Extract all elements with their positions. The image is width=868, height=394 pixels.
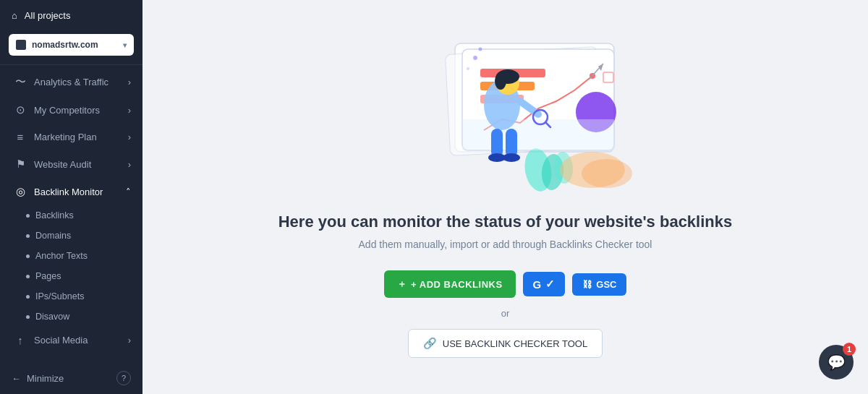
sidebar-sub-item-domains[interactable]: Domains (0, 226, 142, 246)
sub-item-domains-label: Domains (35, 231, 71, 241)
project-favicon (16, 40, 26, 50)
sidebar: ⌂ All projects nomadsrtw.com ▾ 〜 Analyti… (0, 0, 142, 394)
social-chevron-icon: › (128, 335, 131, 346)
gsc-chain-icon: ⛓ (582, 279, 592, 290)
add-backlinks-button[interactable]: ＋ + ADD BACKLINKS (384, 270, 516, 298)
gsc-button[interactable]: ⛓ GSC (572, 273, 626, 296)
sidebar-all-projects[interactable]: ⌂ All projects (0, 0, 142, 31)
sidebar-divider (0, 64, 142, 65)
dot-icon (26, 254, 30, 258)
audit-icon: ⚑ (14, 158, 27, 171)
social-icon: ↑ (14, 334, 27, 346)
page-subtitle: Add them manually, import or add through… (359, 239, 652, 250)
sidebar-sub-item-disavow[interactable]: Disavow (0, 307, 142, 327)
svg-point-24 (503, 153, 520, 162)
marketing-chevron-icon: › (128, 132, 131, 142)
google-import-button[interactable]: G ✓ (523, 272, 566, 296)
project-selector[interactable]: nomadsrtw.com ▾ (9, 34, 134, 56)
main-content: Here you can monitor the status of your … (142, 0, 868, 394)
svg-point-20 (495, 72, 506, 90)
competitors-icon: ⊙ (14, 103, 27, 116)
sidebar-item-backlinks[interactable]: ◎ Backlink Monitor ˄ (0, 178, 142, 205)
svg-point-28 (473, 56, 477, 60)
chat-badge: 1 (843, 343, 856, 356)
svg-point-15 (582, 159, 632, 188)
sidebar-sub-item-ips[interactable]: IPs/Subnets (0, 286, 142, 307)
competitors-chevron-icon: › (128, 105, 131, 116)
all-projects-label: All projects (25, 10, 71, 21)
minimize-label: Minimize (27, 373, 64, 384)
project-chevron-icon: ▾ (123, 41, 127, 49)
sidebar-item-audit[interactable]: ⚑ Website Audit › (0, 150, 142, 178)
backlinks-icon: ◎ (14, 185, 27, 198)
checker-button-label: USE BACKLINK CHECKER TOOL (443, 338, 587, 349)
dot-icon (26, 315, 30, 319)
chat-bubble[interactable]: 💬 1 (819, 345, 854, 380)
sidebar-item-analytics[interactable]: 〜 Analytics & Traffic › (0, 68, 142, 96)
marketing-icon: ≡ (14, 131, 27, 143)
sidebar-item-marketing-label: Marketing Plan (34, 132, 97, 142)
or-divider: or (501, 308, 510, 319)
gsc-label: GSC (596, 279, 616, 290)
use-checker-button[interactable]: 🔗 USE BACKLINK CHECKER TOOL (408, 329, 603, 358)
sidebar-item-audit-label: Website Audit (34, 159, 91, 170)
sidebar-sub-item-pages[interactable]: Pages (0, 266, 142, 286)
help-icon[interactable]: ? (116, 371, 131, 385)
sub-item-anchor-texts-label: Anchor Texts (35, 251, 88, 261)
sub-item-ips-label: IPs/Subnets (35, 291, 84, 301)
sub-item-pages-label: Pages (35, 271, 61, 281)
home-icon: ⌂ (12, 10, 17, 21)
analytics-icon: 〜 (14, 75, 27, 89)
add-backlinks-label: + ADD BACKLINKS (411, 279, 503, 290)
sub-item-disavow-label: Disavow (35, 312, 69, 322)
sidebar-item-analytics-label: Analytics & Traffic (34, 77, 109, 87)
page-title: Here you can monitor the status of your … (278, 213, 733, 231)
illustration-area (368, 36, 643, 195)
sidebar-item-competitors[interactable]: ⊙ My Competitors › (0, 96, 142, 124)
google-checkmark-icon: ✓ (545, 278, 555, 291)
svg-point-29 (467, 67, 469, 70)
svg-point-30 (478, 48, 482, 51)
chat-icon: 💬 (827, 354, 846, 371)
project-name: nomadsrtw.com (32, 40, 117, 50)
google-icon: G (533, 278, 542, 291)
dot-icon (26, 234, 30, 238)
dot-icon (26, 214, 30, 218)
sidebar-sub-item-backlinks[interactable]: Backlinks (0, 205, 142, 226)
sidebar-item-marketing[interactable]: ≡ Marketing Plan › (0, 124, 142, 150)
dot-icon (26, 295, 30, 299)
sidebar-item-backlinks-label: Backlink Monitor (34, 187, 103, 197)
sidebar-item-social-label: Social Media (34, 335, 88, 346)
minimize-arrow-icon: ← (12, 373, 21, 384)
backlinks-chevron-icon: ˄ (126, 187, 131, 197)
sub-item-backlinks-label: Backlinks (35, 210, 74, 220)
action-buttons-row: ＋ + ADD BACKLINKS G ✓ ⛓ GSC (384, 270, 627, 298)
audit-chevron-icon: › (128, 159, 131, 170)
plus-icon: ＋ (397, 278, 407, 291)
sidebar-item-competitors-label: My Competitors (34, 105, 100, 116)
sidebar-item-social[interactable]: ↑ Social Media › (0, 327, 142, 354)
sidebar-sub-item-anchor-texts[interactable]: Anchor Texts (0, 246, 142, 266)
sidebar-minimize[interactable]: ← Minimize ? (0, 362, 142, 394)
link-icon: 🔗 (423, 337, 437, 350)
dot-icon (26, 275, 30, 278)
analytics-chevron-icon: › (128, 77, 131, 87)
